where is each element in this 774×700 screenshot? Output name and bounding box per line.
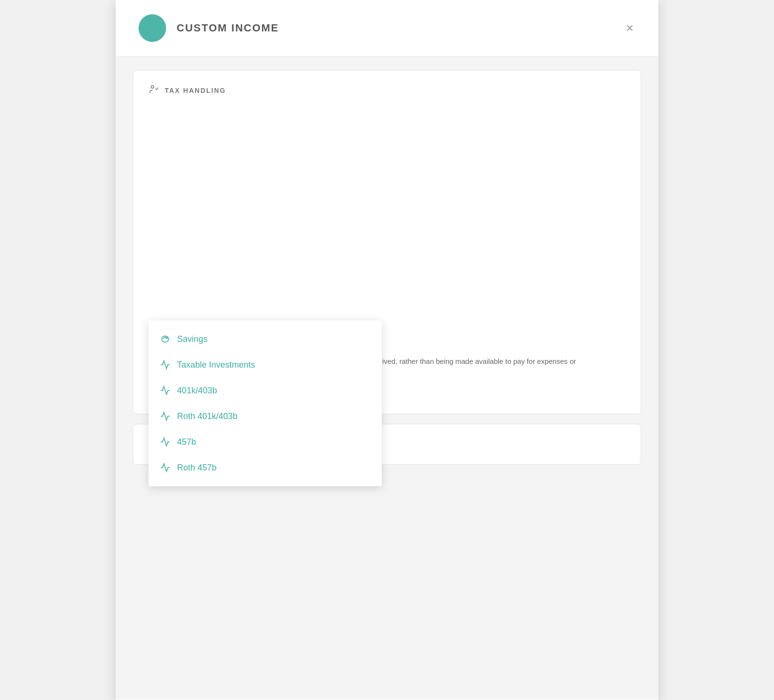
457b-label: 457b [177, 437, 196, 447]
modal-title: CUSTOM INCOME [177, 22, 624, 34]
dropdown-item-savings[interactable]: Savings [149, 326, 382, 352]
modal-header: $ CUSTOM INCOME × [116, 0, 658, 57]
roth-457b-label: Roth 457b [177, 463, 217, 473]
header-icon-circle: $ [139, 14, 166, 42]
dropdown-item-401k[interactable]: 401k/403b [149, 378, 382, 403]
close-icon: × [626, 20, 634, 35]
tax-handling-header: TAX HANDLING [149, 84, 625, 97]
dropdown-item-roth-457b[interactable]: Roth 457b [149, 455, 382, 480]
dropdown-scroll-area[interactable]: Savings Taxable Investments [149, 320, 382, 486]
dropdown-item-457b[interactable]: 457b [149, 429, 382, 455]
taxable-label: Taxable Investments [177, 360, 255, 370]
svg-point-2 [151, 86, 154, 89]
roth-457b-icon [160, 462, 170, 473]
modal-container: $ CUSTOM INCOME × TAX HANDLING [116, 0, 658, 700]
svg-text:$: $ [150, 24, 155, 32]
tax-handling-section: TAX HANDLING [133, 70, 641, 414]
tax-handling-title: TAX HANDLING [165, 87, 226, 94]
dropdown-open-area: Savings Taxable Investments [149, 320, 625, 400]
savings-label: Savings [177, 334, 208, 344]
dollar-icon: $ [146, 21, 159, 35]
close-button[interactable]: × [624, 20, 635, 37]
modal-body: TAX HANDLING [116, 57, 658, 700]
dropdown-item-roth-401k[interactable]: Roth 401k/403b [149, 403, 382, 429]
401k-icon [160, 385, 170, 396]
dropdown-item-taxable[interactable]: Taxable Investments [149, 352, 382, 378]
457b-icon [160, 437, 170, 447]
roth-401k-label: Roth 401k/403b [177, 411, 238, 421]
taxable-invest-icon [160, 360, 170, 370]
tax-icon [149, 84, 159, 97]
svg-point-5 [167, 337, 168, 338]
savings-icon [160, 334, 170, 344]
401k-label: 401k/403b [177, 386, 217, 396]
roth-401k-icon [160, 411, 170, 421]
dropdown-list: Savings Taxable Investments [149, 320, 382, 486]
